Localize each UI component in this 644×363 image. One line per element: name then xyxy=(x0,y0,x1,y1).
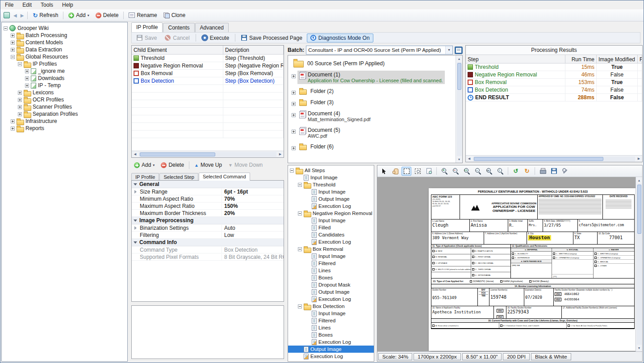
tab-advanced[interactable]: Advanced xyxy=(195,23,229,32)
steps-item[interactable]: Output Image xyxy=(288,288,374,295)
scrollbar-thumb[interactable] xyxy=(474,157,603,161)
expand-icon[interactable] xyxy=(292,146,296,150)
scroll-up-icon[interactable]: ▲ xyxy=(638,177,641,184)
select-region-tool[interactable] xyxy=(401,167,411,176)
collapse-icon[interactable] xyxy=(18,62,22,66)
chevron-right-icon[interactable] xyxy=(134,226,137,230)
tab-contents[interactable]: Contents xyxy=(163,23,194,32)
sidebar-item-ocr-profiles[interactable]: OCR Profiles xyxy=(2,96,127,103)
steps-item[interactable]: Execution Log xyxy=(288,295,374,303)
preview-tool[interactable] xyxy=(424,167,434,176)
chevron-right-icon[interactable] xyxy=(134,190,137,194)
property-row-min-aspect[interactable]: Minimum Aspect Ratio 70% xyxy=(132,195,284,203)
property-row-max-border[interactable]: Maximum Border Thickness 20% xyxy=(132,210,284,217)
scrollbar-track[interactable] xyxy=(139,152,276,157)
sidebar-item-ip-temp[interactable]: IP - Temp xyxy=(2,82,127,89)
property-value[interactable]: 70% xyxy=(222,196,284,202)
scroll-down-icon[interactable]: ▼ xyxy=(458,156,461,163)
horizontal-scrollbar[interactable]: ◀ ▶ xyxy=(132,151,284,157)
sidebar-item-ip-profiles[interactable]: IP Profiles xyxy=(2,60,127,68)
menu-edit[interactable]: Edit xyxy=(18,1,36,9)
tab-selected-step[interactable]: Selected Step xyxy=(159,173,198,181)
table-row-negative-region-removal[interactable]: Negative Region Removal Step (Negative R… xyxy=(132,62,284,70)
sidebar-item-separation-profiles[interactable]: Separation Profiles xyxy=(2,110,127,118)
column-header-step[interactable]: Step xyxy=(466,55,565,63)
result-row-end-result[interactable]: END RESULT 288ms False xyxy=(466,94,642,101)
expand-icon[interactable] xyxy=(11,41,15,45)
steps-item-output-image-selected[interactable]: Output Image xyxy=(288,346,374,353)
execute-button[interactable]: Execute xyxy=(198,34,233,42)
horizontal-scrollbar[interactable]: ◀ ▶ xyxy=(466,155,642,162)
steps-item[interactable]: Input Image xyxy=(288,253,374,260)
scroll-right-icon[interactable]: ▶ xyxy=(636,157,642,160)
steps-item[interactable]: Execution Log xyxy=(288,238,374,245)
steps-item[interactable]: Candidates xyxy=(288,231,374,238)
property-group-command-info[interactable]: Command Info xyxy=(132,239,284,246)
batch-item-folder-6[interactable]: Folder (6) xyxy=(288,143,462,151)
table-row-box-removal[interactable]: Box Removal Step (Box Removal) xyxy=(132,70,284,77)
property-group-general[interactable]: General xyxy=(132,181,284,188)
expand-icon[interactable] xyxy=(292,113,296,117)
result-row-box-removal[interactable]: Box Removal 153ms True xyxy=(466,79,642,86)
delete-step-button[interactable]: Delete xyxy=(158,160,187,169)
steps-item-negative-region-removal[interactable]: Negative Region Removal xyxy=(288,210,374,217)
scroll-left-icon[interactable]: ◀ xyxy=(466,157,473,160)
rotate-ccw-button[interactable]: ↺ xyxy=(511,167,521,176)
zoom-out-button[interactable] xyxy=(451,167,460,176)
add-button[interactable]: Add ▾ xyxy=(66,11,92,20)
result-row-box-detection[interactable]: Box Detection 74ms False xyxy=(466,86,642,94)
node-select-icon[interactable] xyxy=(4,12,10,18)
property-value[interactable]: Low xyxy=(222,232,284,238)
scrollbar-thumb[interactable] xyxy=(140,152,215,156)
expand-icon[interactable] xyxy=(11,48,15,52)
scroll-right-icon[interactable]: ▶ xyxy=(277,152,284,156)
vertical-scrollbar[interactable]: ▲ ▼ xyxy=(456,55,462,163)
scrollbar-thumb[interactable] xyxy=(457,63,461,90)
expand-icon[interactable] xyxy=(292,130,296,134)
property-group-image-preprocessing[interactable]: Image Preprocessing xyxy=(132,217,284,224)
chevron-down-icon[interactable]: ▾ xyxy=(445,46,452,54)
viewer-settings-button[interactable] xyxy=(560,167,570,176)
column-header-extra[interactable]: F xyxy=(638,55,642,63)
steps-item[interactable]: Output Image xyxy=(288,195,374,203)
scrollbar-track[interactable] xyxy=(473,156,635,161)
column-header-image-modified[interactable]: Image Modified xyxy=(597,55,638,63)
expand-icon[interactable] xyxy=(18,98,22,102)
expand-icon[interactable] xyxy=(292,74,296,78)
actual-size-button[interactable] xyxy=(462,167,472,176)
sidebar-item-grooper-wiki[interactable]: Grooper Wiki xyxy=(2,25,127,32)
steps-item-threshold[interactable]: Threshold xyxy=(288,181,374,188)
expand-icon[interactable] xyxy=(11,34,15,38)
move-down-button[interactable]: ▼ Move Down xyxy=(226,160,265,169)
rotate-cw-button[interactable]: ↻ xyxy=(522,167,532,176)
steps-item[interactable]: Execution Log xyxy=(288,203,374,210)
pan-tool[interactable] xyxy=(390,167,400,176)
sidebar-item-downloads[interactable]: Downloads xyxy=(2,75,127,82)
batch-item-document-5[interactable]: Document (5) AWC.pdf xyxy=(288,126,462,139)
sidebar-item-lexicons[interactable]: Lexicons xyxy=(2,89,127,96)
batch-item-document-1[interactable]: Document (1) Application for Cow Ownersh… xyxy=(288,71,462,84)
sidebar-item-data-extraction[interactable]: Data Extraction xyxy=(2,46,127,53)
sidebar-item-batch-processing[interactable]: Batch Processing xyxy=(2,32,127,39)
save-button[interactable]: Save xyxy=(133,34,160,42)
scroll-up-icon[interactable]: ▲ xyxy=(458,55,461,62)
scroll-left-icon[interactable]: ◀ xyxy=(132,152,138,156)
expand-icon[interactable] xyxy=(25,69,29,73)
back-button[interactable]: ◀ xyxy=(12,13,18,18)
document-canvas[interactable]: PERSONALLY IDENTIFIABLE INFORMATION - WI… xyxy=(377,177,642,351)
delete-button[interactable]: Delete xyxy=(93,11,121,20)
fit-height-button[interactable] xyxy=(495,167,505,176)
steps-item[interactable]: Input Image xyxy=(288,174,374,181)
print-button[interactable] xyxy=(538,167,548,176)
forward-button[interactable]: ▶ xyxy=(19,13,25,18)
expand-icon[interactable] xyxy=(18,105,22,109)
steps-item[interactable]: Filtered xyxy=(288,317,374,324)
collapse-icon[interactable] xyxy=(298,183,302,187)
collapse-icon[interactable] xyxy=(4,26,8,30)
expand-icon[interactable] xyxy=(11,127,15,131)
steps-item-all-steps[interactable]: All Steps xyxy=(288,167,374,174)
document-page[interactable]: PERSONALLY IDENTIFIABLE INFORMATION - WI… xyxy=(429,188,637,351)
collapse-icon[interactable] xyxy=(298,304,302,308)
tab-ip-profile[interactable]: IP Profile xyxy=(131,22,163,32)
table-row-threshold[interactable]: Threshold Step (Threshold) xyxy=(132,55,284,62)
